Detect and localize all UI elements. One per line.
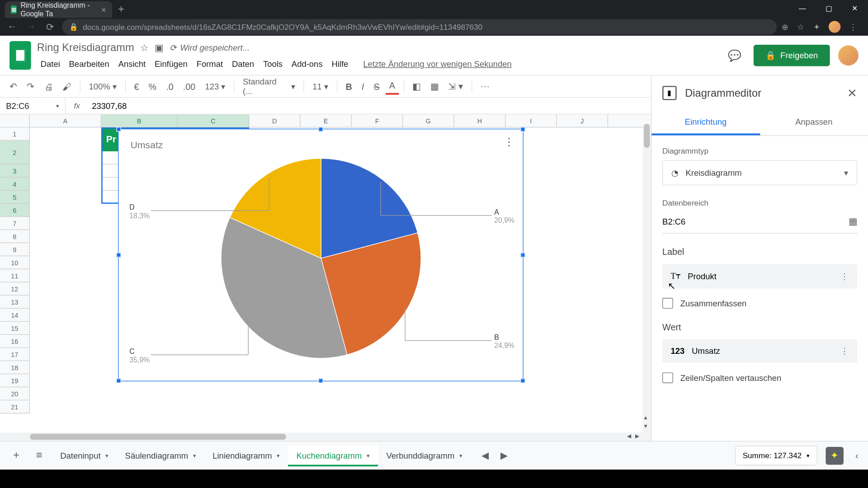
column-header[interactable]: H [454,114,505,127]
bookmark-icon[interactable]: ☆ [797,22,805,32]
menu-tools[interactable]: Tools [259,57,286,69]
fill-color-button[interactable]: ◧ [409,79,424,94]
column-header[interactable]: C [178,114,249,127]
chrome-menu-icon[interactable]: ⋮ [849,22,857,32]
chart-title[interactable]: Umsatz [118,129,523,155]
name-box[interactable]: B2:C6▾ [0,98,66,114]
paint-format-button[interactable]: 🖌 [59,79,75,94]
merge-button[interactable]: ⇲ ▾ [444,79,467,94]
doc-title[interactable]: Ring Kreisdiagramm [37,42,134,54]
column-header[interactable]: F [352,114,403,127]
sheet-tab[interactable]: Verbunddiagramm▾ [378,445,471,466]
label-field[interactable]: Tᴛ Produkt ⋮ [662,264,857,288]
close-sidebar-button[interactable]: ✕ [847,86,857,100]
column-header[interactable]: G [403,114,454,127]
zoom-select[interactable]: 100% ▾ [85,79,121,94]
italic-button[interactable]: I [358,79,368,94]
menu-file[interactable]: Datei [37,57,64,69]
window-maximize[interactable]: ▢ [816,0,842,17]
column-header[interactable]: A [30,114,101,127]
row-header[interactable]: 15 [0,322,30,335]
vertical-scrollbar[interactable] [643,124,651,432]
row-header[interactable]: 3 [0,164,30,178]
increase-decimal-button[interactable]: .00 [179,79,199,94]
menu-addons[interactable]: Add-ons [288,57,326,69]
column-header[interactable]: J [557,114,608,127]
add-sheet-button[interactable]: + [6,445,27,467]
select-range-icon[interactable]: ▦ [849,216,858,227]
column-header[interactable]: I [505,114,557,127]
sheet-nav-right-icon[interactable]: ▶ [497,446,511,465]
new-tab-button[interactable]: + [112,0,130,18]
row-header[interactable]: 12 [0,282,30,296]
column-header[interactable]: E [301,114,352,127]
row-header[interactable]: 5 [0,191,30,204]
window-close[interactable]: ✕ [842,0,868,17]
address-bar[interactable]: 🔒 docs.google.com/spreadsheets/d/16sZAG8… [62,19,777,34]
scroll-down-icon[interactable]: ▼ [642,423,650,431]
row-header[interactable]: 4 [0,178,30,191]
menu-format[interactable]: Format [193,57,226,69]
text-color-button[interactable]: A [386,78,399,95]
tab-close-icon[interactable]: × [101,5,106,14]
zoom-reset-icon[interactable]: ⊕ [782,22,789,32]
last-edit-link[interactable]: Letzte Änderung vor wenigen Sekunden [359,57,515,69]
browser-tab[interactable]: ▦ Ring Kreisdiagramm - Google Ta × [5,1,112,18]
menu-insert[interactable]: Einfügen [151,57,191,69]
row-header[interactable]: 17 [0,348,30,361]
chart-type-select[interactable]: ◔ Kreisdiagramm ▾ [662,160,857,185]
window-minimize[interactable]: ― [789,0,816,17]
percent-button[interactable]: % [145,79,160,94]
quicksum-display[interactable]: Summe: 127.342▾ [735,446,817,465]
row-header[interactable]: 7 [0,217,30,230]
currency-button[interactable]: € [131,79,143,94]
side-panel-toggle-icon[interactable]: ‹ [852,446,862,465]
chart-menu-icon[interactable]: ⋮ [504,135,514,148]
row-header[interactable]: 21 [0,400,30,413]
data-range-input[interactable] [662,216,848,226]
profile-avatar[interactable] [829,21,840,33]
sheet-nav-left-icon[interactable]: ◀ [478,446,492,465]
row-header[interactable]: 20 [0,387,30,400]
menu-help[interactable]: Hilfe [328,57,352,69]
menu-data[interactable]: Daten [228,57,258,69]
number-format-select[interactable]: 123 ▾ [202,79,229,94]
field-menu-icon[interactable]: ⋮ [840,272,849,281]
decrease-decimal-button[interactable]: .0 [162,79,177,94]
sheets-logo-icon[interactable] [9,41,31,70]
bold-button[interactable]: B [342,79,356,94]
borders-button[interactable]: ▦ [427,79,442,94]
row-header[interactable]: 19 [0,374,30,387]
sheet-tab[interactable]: Säulendiagramm▾ [117,445,204,466]
row-header[interactable]: 14 [0,309,30,322]
row-header[interactable]: 13 [0,296,30,309]
field-menu-icon[interactable]: ⋮ [840,346,849,356]
comments-button[interactable]: 💬 [724,45,745,66]
menu-view[interactable]: Ansicht [115,57,149,69]
share-button[interactable]: 🔒 Freigeben [754,45,830,66]
more-toolbar-button[interactable]: ⋯ [477,79,493,94]
nav-forward-icon[interactable]: → [24,21,38,32]
row-header[interactable]: 6 [0,204,30,217]
row-header[interactable]: 18 [0,361,30,374]
column-header[interactable]: D [249,114,300,127]
nav-back-icon[interactable]: ← [5,21,19,32]
row-header[interactable]: 8 [0,230,30,243]
chart-object[interactable]: Umsatz ⋮ A20,9%B24,9%C35,9%D18,3% [118,129,524,381]
sheet-tab[interactable]: Liniendiagramm▾ [204,445,288,466]
select-all-corner[interactable] [0,114,30,127]
redo-button[interactable]: ↷ [23,79,38,94]
print-button[interactable]: 🖨 [41,79,57,94]
row-header[interactable]: 10 [0,256,30,269]
move-icon[interactable]: ▣ [155,42,164,53]
row-header[interactable]: 16 [0,335,30,348]
menu-edit[interactable]: Bearbeiten [66,57,113,69]
strike-button[interactable]: S [370,79,383,94]
scroll-up-icon[interactable]: ▲ [642,415,650,423]
account-avatar[interactable] [838,45,859,66]
explore-button[interactable]: ✦ [826,446,844,465]
scroll-left-icon[interactable]: ◀ [625,433,633,441]
row-header[interactable]: 9 [0,243,30,256]
undo-button[interactable]: ↶ [6,79,21,94]
column-header[interactable]: B [101,114,178,127]
